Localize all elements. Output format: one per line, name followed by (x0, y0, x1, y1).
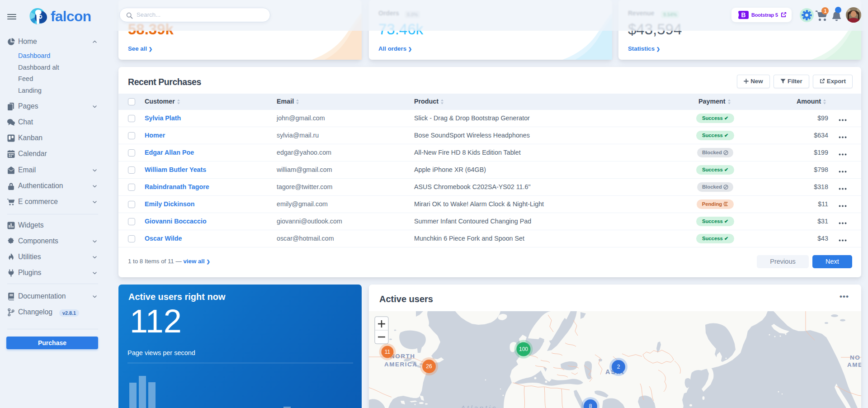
svg-text:26: 26 (426, 363, 432, 370)
svg-text:B: B (741, 11, 746, 19)
svg-text:8: 8 (589, 403, 592, 408)
svg-text:2: 2 (617, 364, 620, 370)
svg-text:100: 100 (519, 346, 528, 352)
svg-text:NO: NO (850, 354, 860, 361)
svg-text:AMERICA: AMERICA (384, 361, 418, 368)
svg-text:Atlantic: Atlantic (460, 404, 497, 408)
svg-text:AME: AME (847, 361, 861, 368)
svg-text:11: 11 (385, 349, 391, 355)
svg-text:1: 1 (824, 8, 827, 14)
